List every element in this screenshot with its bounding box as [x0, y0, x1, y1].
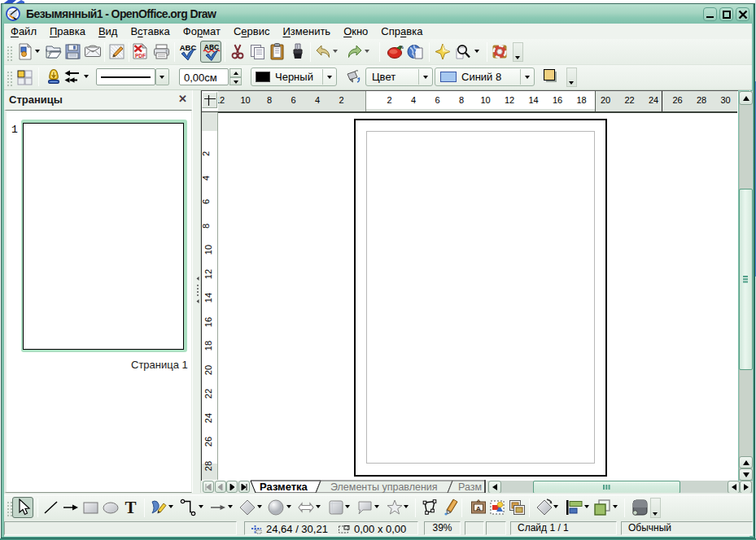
svg-text:PDF: PDF — [135, 53, 146, 59]
svg-text:A: A — [476, 505, 481, 512]
svg-text:%: % — [400, 45, 404, 50]
svg-text:Разметка: Разметка — [260, 481, 308, 493]
svg-text:T: T — [125, 499, 136, 516]
svg-text:Элементы управления: Элементы управления — [330, 481, 438, 493]
svg-text:Разм: Разм — [458, 481, 482, 493]
svg-text:ABC: ABC — [180, 43, 197, 52]
